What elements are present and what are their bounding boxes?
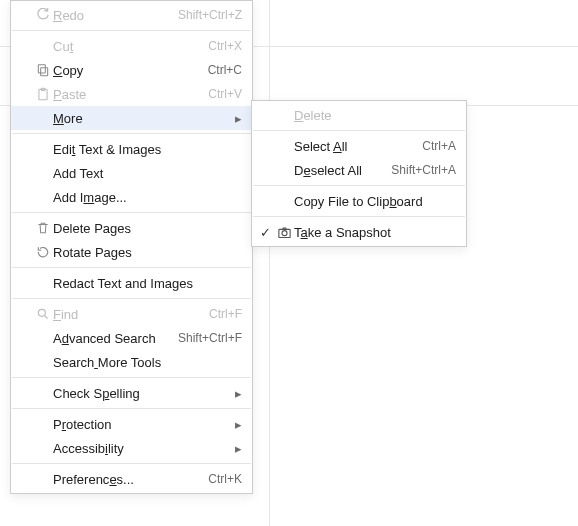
submenu-arrow-icon: ▸ — [232, 417, 242, 432]
menu-item-shortcut: Shift+Ctrl+A — [391, 163, 456, 177]
menu-item-preferences[interactable]: Preferences... Ctrl+K — [11, 467, 252, 491]
menu-item-label: Redact Text and Images — [53, 276, 242, 291]
menu-item-shortcut: Shift+Ctrl+F — [178, 331, 242, 345]
menu-item-label: Take a Snapshot — [294, 225, 456, 240]
menu-item-advanced-search[interactable]: Advanced Search Shift+Ctrl+F — [11, 326, 252, 350]
copy-icon — [33, 61, 53, 79]
search-icon — [33, 305, 53, 323]
menu-item-shortcut: Ctrl+A — [422, 139, 456, 153]
menu-item-label: Advanced Search — [53, 331, 178, 346]
menu-separator — [12, 212, 251, 213]
menu-item-label: Paste — [53, 87, 208, 102]
menu-item-copy-file-clipboard[interactable]: Copy File to Clipboard — [252, 189, 466, 213]
menu-item-accessibility[interactable]: Accessibility ▸ — [11, 436, 252, 460]
redo-icon — [33, 6, 53, 24]
menu-item-redo[interactable]: Redo Shift+Ctrl+Z — [11, 3, 252, 27]
menu-item-copy[interactable]: Copy Ctrl+C — [11, 58, 252, 82]
menu-item-protection[interactable]: Protection ▸ — [11, 412, 252, 436]
menu-separator — [12, 463, 251, 464]
menu-separator — [253, 216, 465, 217]
menu-separator — [12, 298, 251, 299]
submenu-arrow-icon: ▸ — [232, 441, 242, 456]
menu-item-cut[interactable]: Cut Ctrl+X — [11, 34, 252, 58]
menu-item-rotate-pages[interactable]: Rotate Pages — [11, 240, 252, 264]
check-icon: ✓ — [256, 225, 274, 240]
menu-item-label: Preferences... — [53, 472, 208, 487]
menu-separator — [12, 133, 251, 134]
menu-item-search-more-tools[interactable]: Search More Tools — [11, 350, 252, 374]
menu-item-label: More — [53, 111, 232, 126]
menu-item-paste[interactable]: Paste Ctrl+V — [11, 82, 252, 106]
menu-separator — [12, 377, 251, 378]
menu-item-redact[interactable]: Redact Text and Images — [11, 271, 252, 295]
menu-item-label: Delete Pages — [53, 221, 242, 236]
menu-item-label: Accessibility — [53, 441, 232, 456]
menu-item-deselect-all[interactable]: Deselect All Shift+Ctrl+A — [252, 158, 466, 182]
rotate-icon — [33, 243, 53, 261]
menu-item-label: Copy — [53, 63, 208, 78]
menu-item-label: Protection — [53, 417, 232, 432]
menu-item-shortcut: Shift+Ctrl+Z — [178, 8, 242, 22]
menu-item-more[interactable]: More ▸ — [11, 106, 252, 130]
menu-item-label: Edit Text & Images — [53, 142, 242, 157]
menu-item-shortcut: Ctrl+V — [208, 87, 242, 101]
camera-icon — [274, 223, 294, 241]
menu-separator — [12, 408, 251, 409]
menu-item-label: Select All — [294, 139, 422, 154]
menu-item-shortcut: Ctrl+K — [208, 472, 242, 486]
menu-item-label: Check Spelling — [53, 386, 232, 401]
submenu-arrow-icon: ▸ — [232, 386, 242, 401]
menu-item-edit-text-images[interactable]: Edit Text & Images — [11, 137, 252, 161]
menu-item-check-spelling[interactable]: Check Spelling ▸ — [11, 381, 252, 405]
menu-item-label: Delete — [294, 108, 456, 123]
svg-point-6 — [282, 230, 287, 235]
menu-item-label: Search More Tools — [53, 355, 242, 370]
menu-item-label: Find — [53, 307, 209, 322]
menu-item-add-image[interactable]: Add Image... — [11, 185, 252, 209]
menu-item-shortcut: Ctrl+X — [208, 39, 242, 53]
menu-item-label: Add Image... — [53, 190, 242, 205]
svg-point-4 — [38, 309, 45, 316]
menu-item-add-text[interactable]: Add Text — [11, 161, 252, 185]
menu-item-find[interactable]: Find Ctrl+F — [11, 302, 252, 326]
menu-item-select-all[interactable]: Select All Ctrl+A — [252, 134, 466, 158]
menu-separator — [12, 267, 251, 268]
trash-icon — [33, 219, 53, 237]
menu-item-shortcut: Ctrl+C — [208, 63, 242, 77]
menu-separator — [253, 185, 465, 186]
menu-item-label: Rotate Pages — [53, 245, 242, 260]
context-menu-more: Delete Select All Ctrl+A Deselect All Sh… — [251, 100, 467, 247]
submenu-arrow-icon: ▸ — [232, 111, 242, 126]
paste-icon — [33, 85, 53, 103]
menu-item-label: Redo — [53, 8, 178, 23]
svg-rect-1 — [38, 65, 45, 73]
context-menu-main: Redo Shift+Ctrl+Z Cut Ctrl+X Copy Ctrl+C… — [10, 0, 253, 494]
menu-item-label: Copy File to Clipboard — [294, 194, 456, 209]
menu-item-label: Cut — [53, 39, 208, 54]
menu-item-label: Deselect All — [294, 163, 391, 178]
menu-item-shortcut: Ctrl+F — [209, 307, 242, 321]
menu-item-delete-pages[interactable]: Delete Pages — [11, 216, 252, 240]
menu-item-label: Add Text — [53, 166, 242, 181]
menu-item-delete[interactable]: Delete — [252, 103, 466, 127]
svg-rect-0 — [41, 68, 48, 76]
menu-item-take-snapshot[interactable]: ✓ Take a Snapshot — [252, 220, 466, 244]
menu-separator — [253, 130, 465, 131]
menu-separator — [12, 30, 251, 31]
